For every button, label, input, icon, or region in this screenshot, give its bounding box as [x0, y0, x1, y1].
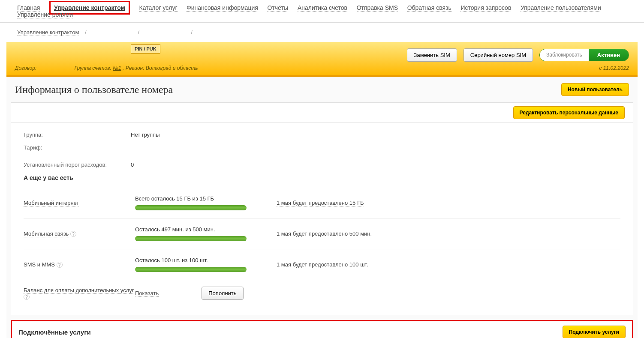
nav-link-reports[interactable]: Отчёты	[267, 4, 288, 12]
nav-link-catalog[interactable]: Каталог услуг	[139, 4, 178, 12]
main-content: Информация о пользователе номера Новый п…	[6, 77, 638, 338]
breadcrumb-root[interactable]: Управление контрактом	[17, 29, 79, 36]
block-option[interactable]: Заблокировать	[540, 49, 589, 61]
breadcrumb: Управление контрактом / / /	[0, 23, 644, 42]
internet-link[interactable]: Мобильный интернет	[24, 200, 79, 206]
voice-progress	[135, 236, 247, 241]
services-title: Подключённые услуги	[18, 329, 91, 336]
nav-link-users[interactable]: Управление пользователями	[521, 4, 601, 12]
contract-info: Договор: Группа счетов: №1 , Регион: Вол…	[15, 65, 198, 71]
show-balance-link[interactable]: Показать	[135, 290, 159, 297]
page-title: Информация о пользователе номера	[15, 84, 173, 96]
region-label: , Регион: Волгоград и область	[123, 65, 198, 71]
nav-link-analytics[interactable]: Аналитика счетов	[298, 4, 347, 12]
nav-link-sms[interactable]: Отправка SMS	[357, 4, 398, 12]
nav-link-finance[interactable]: Финансовая информация	[187, 4, 258, 12]
usage-voice: Мобильная связь ? Осталось 497 мин. из 5…	[24, 218, 620, 249]
nav-link-history[interactable]: История запросов	[460, 4, 511, 12]
also-have-title: А еще у вас есть	[24, 174, 620, 181]
voice-text: Осталось 497 мин. из 500 мин.	[135, 226, 277, 233]
sms-link[interactable]: SMS и MMS	[24, 261, 55, 268]
active-option[interactable]: Активен	[589, 49, 629, 61]
help-icon[interactable]: ?	[57, 262, 63, 268]
help-icon[interactable]: ?	[24, 294, 30, 300]
status-toggle[interactable]: Заблокировать Активен	[539, 49, 629, 61]
group-label: Группа счетов:	[75, 65, 111, 71]
top-nav: Главная Управление контрактом Каталог ус…	[0, 0, 644, 23]
replace-sim-button[interactable]: Заменить SIM	[407, 48, 457, 62]
connect-services-button[interactable]: Подключить услуги	[563, 326, 626, 338]
topup-button[interactable]: Пополнить	[202, 287, 243, 300]
voice-note: 1 мая будет предоставлено 500 мин.	[277, 230, 372, 237]
voice-link[interactable]: Мобильная связь	[24, 230, 69, 237]
usage-internet: Мобильный интернет Всего осталось 15 ГБ …	[24, 188, 620, 218]
contract-label: Договор:	[15, 65, 36, 71]
group-field-label: Группа:	[24, 132, 131, 138]
since-date: с 11.02.2022	[599, 65, 629, 71]
threshold-label: Установленный порог расходов:	[24, 162, 131, 168]
internet-progress	[135, 205, 247, 210]
breadcrumb-sep: /	[138, 29, 181, 36]
edit-personal-button[interactable]: Редактировать персональные данные	[513, 106, 625, 119]
contract-header: PIN / PUK Заменить SIM Серийный номер SI…	[6, 42, 638, 77]
sms-progress	[135, 267, 247, 272]
threshold-value: 0	[131, 162, 134, 168]
breadcrumb-sep: /	[85, 29, 128, 36]
nav-link-roles[interactable]: Управление ролями	[17, 11, 73, 18]
balance-link[interactable]: Баланс для оплаты дополнительных услуг	[24, 287, 134, 294]
help-icon[interactable]: ?	[70, 231, 76, 237]
tariff-field-label: Тариф:	[24, 144, 131, 151]
internet-note[interactable]: 1 мая будет предоставлено 15 ГБ	[277, 200, 364, 206]
usage-sms: SMS и MMS ? Осталось 100 шт. из 100 шт. …	[24, 249, 620, 280]
nav-link-feedback[interactable]: Обратная связь	[407, 4, 451, 12]
group-link[interactable]: №1	[113, 65, 121, 71]
new-user-button[interactable]: Новый пользователь	[561, 83, 629, 96]
serial-sim-button[interactable]: Серийный номер SIM	[463, 48, 533, 62]
nav-link-main[interactable]: Главная	[17, 4, 40, 12]
sms-note: 1 мая будет предоставлено 100 шт.	[277, 261, 368, 268]
sms-text: Осталось 100 шт. из 100 шт.	[135, 257, 277, 263]
group-field-value: Нет группы	[131, 132, 160, 138]
breadcrumb-sep: /	[191, 29, 234, 36]
services-box: Подключённые услуги Подключить услуги Ме…	[11, 320, 633, 338]
pin-puk-button[interactable]: PIN / PUK	[131, 44, 160, 54]
balance-row: Баланс для оплаты дополнительных услуг ?…	[24, 280, 620, 306]
internet-text: Всего осталось 15 ГБ из 15 ГБ	[135, 195, 277, 202]
